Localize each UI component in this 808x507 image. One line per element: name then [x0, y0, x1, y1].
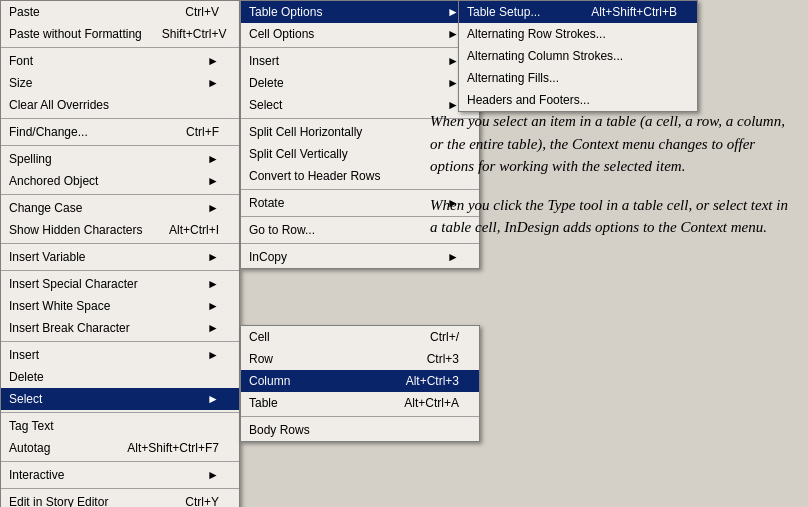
submenu-arrow: ►: [207, 150, 219, 168]
separator-7: [1, 341, 239, 342]
submenu-arrow: ►: [207, 466, 219, 484]
select-body-rows-item[interactable]: Body Rows: [241, 419, 479, 441]
separator-3: [1, 145, 239, 146]
separator-2: [1, 118, 239, 119]
spelling-item[interactable]: Spelling ►: [1, 148, 239, 170]
find-change-item[interactable]: Find/Change... Ctrl+F: [1, 121, 239, 143]
separator-s1: [241, 416, 479, 417]
font-item[interactable]: Font ►: [1, 50, 239, 72]
submenu-arrow: ►: [207, 275, 219, 293]
table-delete-item[interactable]: Delete ►: [241, 72, 479, 94]
select-row-item[interactable]: Row Ctrl+3: [241, 348, 479, 370]
submenu-arrow: ►: [207, 346, 219, 364]
edit-in-story-editor-item[interactable]: Edit in Story Editor Ctrl+Y: [1, 491, 239, 507]
submenu-arrow: ►: [207, 297, 219, 315]
submenu-arrow: ►: [207, 248, 219, 266]
insert-white-space-item[interactable]: Insert White Space ►: [1, 295, 239, 317]
paste-without-formatting-item[interactable]: Paste without Formatting Shift+Ctrl+V: [1, 23, 239, 45]
description-para2: When you click the Type tool in a table …: [430, 194, 790, 239]
alt-row-strokes-item[interactable]: Alternating Row Strokes...: [459, 23, 697, 45]
table-options-context-menu: Table Setup... Alt+Shift+Ctrl+B Alternat…: [458, 0, 698, 112]
cell-options-item[interactable]: Cell Options ►: [241, 23, 479, 45]
select-item[interactable]: Select ►: [1, 388, 239, 410]
alt-col-strokes-item[interactable]: Alternating Column Strokes...: [459, 45, 697, 67]
separator-4: [1, 194, 239, 195]
interactive-item[interactable]: Interactive ►: [1, 464, 239, 486]
separator-5: [1, 243, 239, 244]
insert-break-char-item[interactable]: Insert Break Character ►: [1, 317, 239, 339]
anchored-object-item[interactable]: Anchored Object ►: [1, 170, 239, 192]
size-item[interactable]: Size ►: [1, 72, 239, 94]
autotag-item[interactable]: Autotag Alt+Shift+Ctrl+F7: [1, 437, 239, 459]
separator-1: [1, 47, 239, 48]
submenu-arrow: ►: [207, 199, 219, 217]
separator-8: [1, 412, 239, 413]
description-area: When you select an item in a table (a ce…: [420, 100, 800, 265]
table-setup-item[interactable]: Table Setup... Alt+Shift+Ctrl+B: [459, 1, 697, 23]
submenu-arrow: ►: [207, 172, 219, 190]
insert-special-char-item[interactable]: Insert Special Character ►: [1, 273, 239, 295]
alt-fills-item[interactable]: Alternating Fills...: [459, 67, 697, 89]
main-context-menu: Paste Ctrl+V Paste without Formatting Sh…: [0, 0, 240, 507]
clear-all-overrides-item[interactable]: Clear All Overrides: [1, 94, 239, 116]
separator-10: [1, 488, 239, 489]
table-options-item[interactable]: Table Options ►: [241, 1, 479, 23]
select-table-item[interactable]: Table Alt+Ctrl+A: [241, 392, 479, 414]
separator-9: [1, 461, 239, 462]
paste-item[interactable]: Paste Ctrl+V: [1, 1, 239, 23]
submenu-arrow: ►: [207, 319, 219, 337]
delete-item[interactable]: Delete: [1, 366, 239, 388]
insert-variable-item[interactable]: Insert Variable ►: [1, 246, 239, 268]
select-cell-item[interactable]: Cell Ctrl+/: [241, 326, 479, 348]
insert-item[interactable]: Insert ►: [1, 344, 239, 366]
submenu-arrow: ►: [207, 74, 219, 92]
change-case-item[interactable]: Change Case ►: [1, 197, 239, 219]
separator-t1: [241, 47, 479, 48]
submenu-arrow: ►: [207, 52, 219, 70]
select-context-menu: Cell Ctrl+/ Row Ctrl+3 Column Alt+Ctrl+3…: [240, 325, 480, 442]
table-insert-item[interactable]: Insert ►: [241, 50, 479, 72]
show-hidden-chars-item[interactable]: Show Hidden Characters Alt+Ctrl+I: [1, 219, 239, 241]
separator-6: [1, 270, 239, 271]
submenu-arrow: ►: [207, 390, 219, 408]
description-para1: When you select an item in a table (a ce…: [430, 110, 790, 178]
select-column-item[interactable]: Column Alt+Ctrl+3: [241, 370, 479, 392]
tag-text-item[interactable]: Tag Text: [1, 415, 239, 437]
